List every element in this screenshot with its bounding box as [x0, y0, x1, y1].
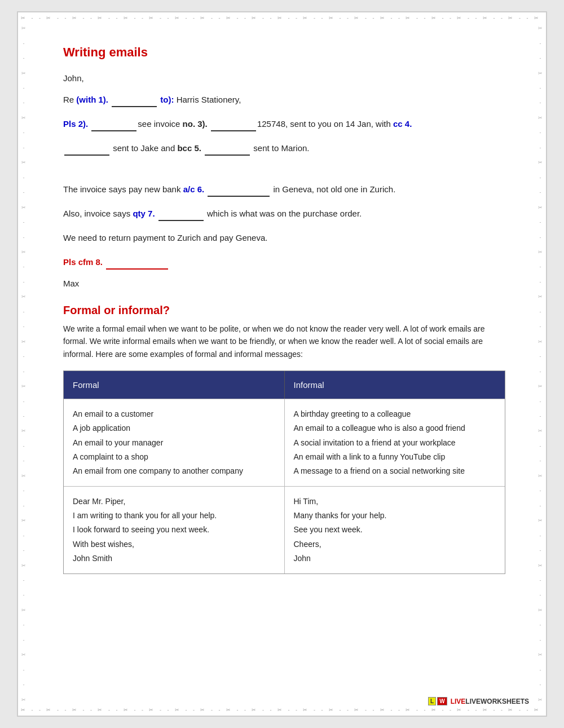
informal-sample: Hi Tim, Many thanks for your help. See y… — [285, 487, 505, 573]
bold-cc: cc 4. — [393, 119, 412, 129]
page-title: Writing emails — [63, 45, 505, 60]
blank-1[interactable] — [112, 97, 157, 107]
pls-cfm-label: Pls cfm 8. — [63, 257, 105, 267]
header-informal: Informal — [285, 371, 505, 399]
formal-examples: An email to a customer A job application… — [64, 399, 285, 486]
bold-to: to): — [160, 95, 174, 104]
table-header: Formal Informal — [64, 371, 505, 399]
body-line-1: The invoice says pay new bank a/c 6. in … — [63, 182, 505, 197]
email-line-3: sent to Jake and bcc 5. sent to Marion. — [63, 140, 505, 156]
body-line-2: Also, invoice says qty 7. which is what … — [63, 206, 505, 221]
left-border: ✂--✂--✂--✂--✂--✂--✂--✂--✂--✂--✂--✂--✂--✂… — [21, 21, 27, 707]
bold-ac: a/c 6. — [183, 184, 207, 194]
logo-area: L W LIVELIVEWORKSHEETS — [428, 697, 529, 705]
blank-3[interactable] — [211, 121, 256, 131]
email-line-1: Re (with 1). to): Harris Stationery, — [63, 92, 505, 107]
bottom-border: ✂ - - ✂ - - ✂ - - ✂ - - ✂ - - ✂ - - ✂ - … — [21, 707, 543, 713]
blank-2[interactable] — [91, 121, 136, 131]
bold-bcc: bcc 5. — [177, 143, 204, 153]
signature: Max — [63, 279, 505, 288]
closing-line: Pls cfm 8. — [63, 254, 505, 270]
blank-5[interactable] — [205, 145, 250, 156]
top-border: ✂ - - ✂ - - ✂ - - ✂ - - ✂ - - ✂ - - ✂ - … — [21, 15, 543, 21]
logo-lw: L — [428, 697, 436, 705]
right-border: ✂--✂--✂--✂--✂--✂--✂--✂--✂--✂--✂--✂--✂--✂… — [537, 21, 543, 707]
bold-no: no. 3). — [183, 119, 210, 129]
formal-informal-table: Formal Informal An email to a customer A… — [63, 370, 505, 574]
body-line-3: We need to return payment to Zurich and … — [63, 230, 505, 245]
email-line-2: Pls 2). see invoice no. 3). 125748, sent… — [63, 116, 505, 131]
blank-6[interactable] — [208, 187, 270, 197]
table-row-1: An email to a customer A job application… — [64, 399, 505, 486]
bold-label-1: (with 1). — [76, 95, 111, 104]
bold-qty: qty 7. — [133, 209, 157, 218]
bold-pls: Pls 2). — [63, 119, 90, 129]
informal-examples: A birthday greeting to a colleague An em… — [285, 399, 505, 486]
table-row-2: Dear Mr. Piper, I am writing to thank yo… — [64, 486, 505, 573]
page: ✂ - - ✂ - - ✂ - - ✂ - - ✂ - - ✂ - - ✂ - … — [17, 11, 547, 717]
logo-text: LIVELIVEWORKSHEETS — [451, 698, 529, 705]
salutation: John, — [63, 73, 505, 83]
logo-live: LIVE — [451, 698, 466, 705]
blank-8[interactable] — [106, 259, 168, 270]
logo-ws: W — [437, 697, 447, 705]
section2-title: Formal or informal? — [63, 304, 505, 317]
logo-worksheets: LIVEWORKSHEETS — [465, 698, 529, 705]
blank-7[interactable] — [158, 211, 204, 221]
header-formal: Formal — [64, 371, 285, 399]
formal-sample: Dear Mr. Piper, I am writing to thank yo… — [64, 487, 285, 573]
blank-4[interactable] — [64, 145, 109, 156]
section2-desc: We write a formal email when we want to … — [63, 323, 505, 360]
